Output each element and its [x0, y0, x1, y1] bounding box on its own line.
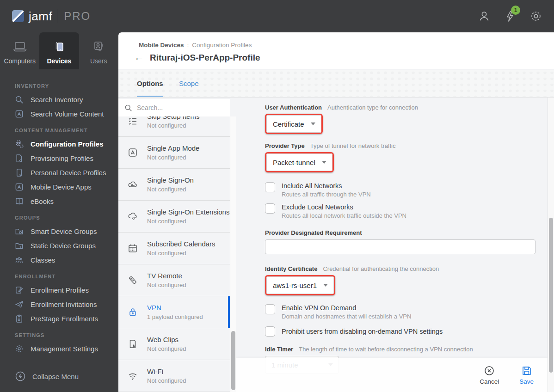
- payload-item-tv-remote[interactable]: TV RemoteNot configured: [118, 264, 230, 296]
- sidebar-item-ebooks[interactable]: eBooks: [0, 194, 118, 208]
- tab-users[interactable]: Users: [79, 32, 118, 69]
- tab-options[interactable]: Options: [137, 70, 163, 97]
- user-authentication-label: User Authentication: [265, 104, 322, 111]
- tab-computers[interactable]: Computers: [0, 32, 39, 69]
- page-title: Rituraj-iOS-PerApp-Profile: [150, 53, 260, 63]
- breadcrumb-configuration-profiles[interactable]: Configuration Profiles: [192, 42, 252, 49]
- sidebar-item-label: Personal Device Profiles: [31, 169, 106, 177]
- sidebar-item-label: Provisioning Profiles: [31, 154, 93, 162]
- breadcrumb-separator: :: [187, 42, 189, 49]
- chevron-down-icon: [322, 161, 326, 164]
- payload-status: Not configured: [147, 250, 215, 257]
- chevron-down-icon: [323, 284, 328, 287]
- tab-computers-label: Computers: [4, 57, 35, 65]
- sidebar-item-smart-device-groups[interactable]: Smart Device Groups: [0, 224, 118, 239]
- exclude-local-networks-label: Exclude Local Networks: [282, 203, 406, 211]
- payload-status: Not configured: [147, 218, 229, 225]
- payload-item-subscribed-calendars[interactable]: Subscribed CalendarsNot configured: [118, 233, 230, 264]
- sidebar-item-configuration-profiles[interactable]: Configuration Profiles: [0, 137, 118, 151]
- provider-type-dropdown[interactable]: Packet-tunnel: [266, 153, 332, 171]
- sidebar-item-search-volume-content[interactable]: Search Volume Content: [0, 107, 118, 121]
- remote-icon: [128, 275, 138, 285]
- payload-title: Single Sign-On Extensions: [147, 208, 229, 216]
- sidebar-item-label: Configuration Profiles: [31, 140, 104, 148]
- sidebar-item-search-inventory[interactable]: Search Inventory: [0, 92, 118, 107]
- payload-item-single-sign-on[interactable]: Single Sign-OnNot configured: [118, 169, 230, 201]
- user-authentication-dropdown[interactable]: Certificate: [266, 115, 321, 133]
- section-enrollment: ENROLLMENT: [0, 267, 118, 283]
- sidebar-item-personal-device-profiles[interactable]: Personal Device Profiles: [0, 165, 118, 180]
- cancel-button[interactable]: Cancel: [480, 366, 499, 385]
- payload-scrollbar-thumb[interactable]: [231, 331, 235, 390]
- tab-devices[interactable]: Devices: [39, 32, 79, 69]
- collapse-menu-button[interactable]: Collapse Menu: [15, 371, 79, 382]
- identity-certificate-dropdown[interactable]: aws1-rs-user1: [266, 276, 334, 294]
- detail-scrollbar-thumb[interactable]: [549, 218, 553, 373]
- vpn-detail-panel: User Authentication Authentication type …: [236, 98, 548, 392]
- payload-status: Not configured: [147, 345, 186, 352]
- save-button[interactable]: Save: [519, 366, 534, 385]
- phone-check-icon: [15, 168, 24, 177]
- users-card-icon: [92, 40, 105, 54]
- user-authentication-value: Certificate: [273, 120, 304, 128]
- app-store-icon: [15, 110, 24, 118]
- section-settings: SETTINGS: [0, 326, 118, 342]
- sidebar-item-classes[interactable]: Classes: [0, 253, 118, 267]
- provider-designated-requirement-input[interactable]: [265, 239, 536, 254]
- payload-search-input[interactable]: [137, 104, 215, 111]
- account-icon[interactable]: [478, 10, 490, 22]
- folder-plus-icon: [15, 241, 24, 250]
- payload-item-web-clips[interactable]: Web ClipsNot configured: [118, 328, 230, 360]
- sidebar-item-prestage-enrollments[interactable]: PreStage Enrollments: [0, 312, 118, 326]
- lock-icon: [128, 307, 138, 317]
- include-all-networks-label: Include All Networks: [282, 182, 371, 190]
- jamf-logo-icon: [12, 10, 24, 22]
- notifications-icon[interactable]: 1: [504, 10, 516, 22]
- exclude-local-networks-hint: Routes all local network traffic outside…: [282, 212, 406, 219]
- payload-item-wifi[interactable]: Wi-FiNot configured: [118, 360, 230, 392]
- payload-search: [118, 99, 230, 116]
- settings-gear-icon[interactable]: [530, 10, 542, 22]
- payload-scrollbar[interactable]: [230, 116, 236, 392]
- include-all-networks-checkbox[interactable]: [265, 182, 275, 192]
- brand-name: jamf: [29, 9, 52, 24]
- save-floppy-icon: [522, 366, 532, 376]
- payload-status: Not configured: [147, 122, 199, 129]
- back-button[interactable]: ←: [133, 52, 145, 64]
- app-square-icon: [128, 147, 138, 158]
- folder-sync-icon: [15, 227, 24, 236]
- sidebar-item-mobile-device-apps[interactable]: Mobile Device Apps: [0, 180, 118, 194]
- exclude-local-networks-checkbox[interactable]: [265, 203, 275, 214]
- checklist-icon: [128, 116, 138, 126]
- notification-badge: 1: [511, 6, 520, 15]
- tab-users-label: Users: [90, 57, 107, 65]
- sidebar-item-static-device-groups[interactable]: Static Device Groups: [0, 239, 118, 253]
- laptop-icon: [13, 40, 27, 54]
- payload-item-vpn[interactable]: VPN1 payload configured: [118, 296, 230, 328]
- sidebar-item-enrollment-invitations[interactable]: Enrollment Invitations: [0, 297, 118, 312]
- cancel-circle-x-icon: [484, 366, 494, 376]
- section-content-management: CONTENT MANAGEMENT: [0, 121, 118, 137]
- payload-item-single-sign-on-extensions[interactable]: Single Sign-On ExtensionsNot configured: [118, 201, 230, 233]
- save-label: Save: [519, 378, 534, 385]
- breadcrumb: Mobile Devices:Configuration Profiles: [139, 42, 252, 49]
- enable-vpn-on-demand-checkbox[interactable]: [265, 304, 275, 314]
- payload-title: Wi-Fi: [147, 368, 186, 375]
- jamf-pro-logo[interactable]: jamf PRO: [12, 9, 91, 24]
- brand-suffix: PRO: [64, 10, 91, 23]
- payload-status: Not configured: [147, 282, 186, 288]
- sidebar-item-provisioning-profiles[interactable]: Provisioning Profiles: [0, 151, 118, 165]
- chevron-down-icon: [311, 122, 315, 125]
- breadcrumb-mobile-devices[interactable]: Mobile Devices: [139, 42, 184, 49]
- mobile-device-icon: [52, 40, 66, 54]
- tablet-pencil-icon: [15, 286, 24, 294]
- collapse-menu-label: Collapse Menu: [32, 373, 79, 380]
- prohibit-disable-label: Prohibit users from disabling on-demand …: [282, 328, 443, 335]
- prohibit-disable-checkbox[interactable]: [265, 326, 275, 337]
- sidebar-item-enrollment-profiles[interactable]: Enrollment Profiles: [0, 283, 118, 297]
- detail-scrollbar[interactable]: [548, 98, 554, 392]
- tab-scope[interactable]: Scope: [179, 70, 199, 97]
- payload-item-single-app-mode[interactable]: Single App ModeNot configured: [118, 137, 230, 169]
- sidebar-item-label: Static Device Groups: [31, 242, 96, 250]
- sidebar-item-management-settings[interactable]: Management Settings: [0, 342, 118, 356]
